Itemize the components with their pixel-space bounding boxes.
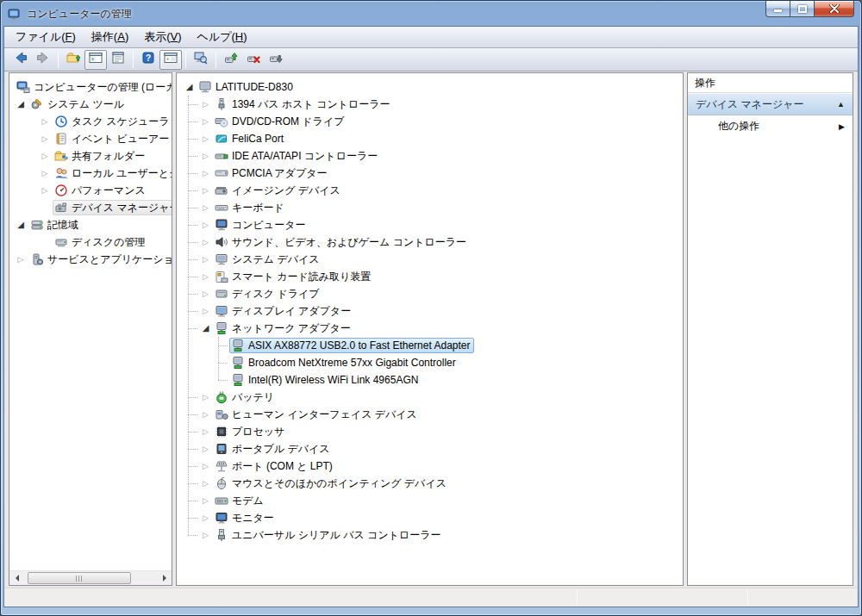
tree-item-body[interactable]: ユニバーサル シリアル バス コントローラー xyxy=(213,527,445,543)
tree-item-body[interactable]: プロセッサ xyxy=(213,424,288,439)
collapsed-expander-icon[interactable]: ▷ xyxy=(198,492,213,509)
device-tree-item[interactable]: ▷キーボード xyxy=(177,199,683,216)
forward-button[interactable] xyxy=(32,50,54,70)
tree-item-body[interactable]: ディスク ドライブ xyxy=(213,286,323,302)
tree-item-body[interactable]: 共有フォルダー xyxy=(53,148,148,164)
collapsed-expander-icon[interactable]: ▷ xyxy=(198,216,213,233)
console-tree-item[interactable]: ◢システム ツール xyxy=(9,96,172,113)
scrollbar-thumb[interactable] xyxy=(28,572,131,584)
tree-item-body[interactable]: FeliCa Port xyxy=(213,131,287,146)
tree-item-body[interactable]: ポート (COM と LPT) xyxy=(213,458,336,474)
device-tree-item[interactable]: ▷ポート (COM と LPT) xyxy=(177,457,683,475)
device-tree-item[interactable]: ASIX AX88772 USB2.0 to Fast Ethernet Ada… xyxy=(177,337,683,354)
selected-tree-item[interactable]: ASIX AX88772 USB2.0 to Fast Ethernet Ada… xyxy=(229,338,474,353)
tree-item-body[interactable]: サービスとアプリケーショ xyxy=(28,252,172,267)
horizontal-scrollbar[interactable] xyxy=(9,570,172,585)
titlebar[interactable]: コンピューターの管理 xyxy=(1,1,861,26)
collapsed-expander-icon[interactable]: ▷ xyxy=(37,182,53,199)
device-tree-item[interactable]: ▷FeliCa Port xyxy=(177,130,683,147)
tree-item-body[interactable]: IDE ATA/ATAPI コントローラー xyxy=(213,148,381,164)
console-tree-item[interactable]: ▷ローカル ユーザーとグ xyxy=(9,165,172,182)
tree-item-body[interactable]: ローカル ユーザーとグ xyxy=(53,165,172,181)
uninstall-device-button[interactable] xyxy=(242,50,265,70)
back-button[interactable] xyxy=(9,50,32,70)
tree-item-body[interactable]: ディスクの管理 xyxy=(53,234,148,250)
device-tree-item[interactable]: ▷IDE ATA/ATAPI コントローラー xyxy=(177,147,683,165)
device-tree-item[interactable]: ▷ディスク ドライブ xyxy=(177,285,683,302)
expanded-expander-icon[interactable]: ◢ xyxy=(13,216,28,233)
tree-item-body[interactable]: ネットワーク アダプター xyxy=(213,320,354,336)
tree-item-body[interactable]: 記憶域 xyxy=(28,217,82,233)
tree-item-body[interactable]: パフォーマンス xyxy=(53,183,149,198)
scrollbar-track[interactable] xyxy=(24,571,157,585)
tree-item-body[interactable]: モデム xyxy=(213,493,267,508)
collapsed-expander-icon[interactable]: ▷ xyxy=(198,285,213,302)
device-tree-item[interactable]: ▷イメージング デバイス xyxy=(177,182,683,199)
device-tree-item[interactable]: ▷DVD/CD-ROM ドライブ xyxy=(177,113,683,130)
tree-item-body[interactable]: マウスとそのほかのポインティング デバイス xyxy=(213,476,450,491)
console-tree-item[interactable]: ▷イベント ビューアー xyxy=(9,130,172,147)
close-button[interactable] xyxy=(814,1,854,17)
actions-section-header[interactable]: デバイス マネージャー ▲ xyxy=(688,93,853,115)
selected-tree-item[interactable]: デバイス マネージャー xyxy=(53,200,172,215)
device-tree-item[interactable]: ▷ディスプレイ アダプター xyxy=(177,302,683,320)
tree-item-body[interactable]: コンピューターの管理 (ローカ xyxy=(15,79,172,95)
menu-item-v[interactable]: 表示(V) xyxy=(136,27,189,47)
action-item-more-actions[interactable]: 他の操作▶ xyxy=(688,115,853,137)
collapsed-expander-icon[interactable]: ▷ xyxy=(37,130,53,147)
expanded-expander-icon[interactable]: ◢ xyxy=(13,96,28,113)
collapsed-expander-icon[interactable]: ▷ xyxy=(198,199,213,216)
device-tree-item[interactable]: ▷バッテリ xyxy=(177,389,683,406)
tree-item-body[interactable]: キーボード xyxy=(213,200,288,215)
device-tree-item[interactable]: ◢ネットワーク アダプター xyxy=(177,320,683,337)
scroll-left-button[interactable] xyxy=(9,571,24,586)
minimize-button[interactable] xyxy=(765,1,790,17)
console-tree-item[interactable]: デバイス マネージャー xyxy=(9,199,172,216)
tree-item-body[interactable]: イメージング デバイス xyxy=(213,183,344,198)
device-tree-item[interactable]: Broadcom NetXtreme 57xx Gigabit Controll… xyxy=(177,354,683,371)
scan-hardware-button[interactable] xyxy=(190,50,212,70)
tree-item-body[interactable]: スマート カード読み取り装置 xyxy=(213,269,374,284)
console-tree-item[interactable]: ▷共有フォルダー xyxy=(9,147,172,165)
tree-item-body[interactable]: バッテリ xyxy=(213,389,278,405)
device-tree-item[interactable]: ◢LATITUDE-D830 xyxy=(177,78,683,96)
show-action-pane-button[interactable] xyxy=(159,50,182,70)
menu-item-a[interactable]: 操作(A) xyxy=(84,27,136,47)
export-list-button[interactable] xyxy=(107,50,129,70)
collapsed-expander-icon[interactable]: ▷ xyxy=(198,268,213,285)
collapsed-expander-icon[interactable]: ▷ xyxy=(198,526,213,544)
tree-item-body[interactable]: システム ツール xyxy=(28,96,128,112)
tree-item-body[interactable]: モニター xyxy=(213,510,278,526)
tree-item-body[interactable]: コンピューター xyxy=(213,217,309,233)
collapsed-expander-icon[interactable]: ▷ xyxy=(198,302,213,320)
device-tree-item[interactable]: ▷コンピューター xyxy=(177,216,683,233)
collapsed-expander-icon[interactable]: ▷ xyxy=(198,113,213,130)
show-console-tree-button[interactable] xyxy=(84,50,107,70)
maximize-button[interactable] xyxy=(790,1,815,17)
tree-item-body[interactable]: イベント ビューアー xyxy=(53,131,172,146)
expanded-expander-icon[interactable]: ◢ xyxy=(198,320,213,337)
console-tree-item[interactable]: ◢記憶域 xyxy=(9,216,172,233)
tree-item-body[interactable]: LATITUDE-D830 xyxy=(197,79,297,95)
device-tree-item[interactable]: ▷スマート カード読み取り装置 xyxy=(177,268,683,285)
collapsed-expander-icon[interactable]: ▷ xyxy=(198,509,213,526)
update-driver-button[interactable] xyxy=(220,50,242,70)
device-tree-item[interactable]: ▷ユニバーサル シリアル バス コントローラー xyxy=(177,526,683,544)
device-tree-item[interactable]: ▷モニター xyxy=(177,509,683,526)
collapsed-expander-icon[interactable]: ▷ xyxy=(37,147,53,165)
tree-item-body[interactable]: DVD/CD-ROM ドライブ xyxy=(213,114,347,129)
collapsed-expander-icon[interactable]: ▷ xyxy=(198,147,213,165)
console-tree-item[interactable]: ▷タスク スケジューラ xyxy=(9,113,172,130)
collapsed-expander-icon[interactable]: ▷ xyxy=(198,457,213,475)
collapsed-expander-icon[interactable]: ▷ xyxy=(13,251,28,268)
device-tree-item[interactable]: ▷プロセッサ xyxy=(177,423,683,440)
expanded-expander-icon[interactable]: ◢ xyxy=(182,78,197,96)
console-tree-item[interactable]: ▷パフォーマンス xyxy=(9,182,172,199)
collapsed-expander-icon[interactable]: ▷ xyxy=(198,389,213,406)
device-tree-item[interactable]: ▷マウスとそのほかのポインティング デバイス xyxy=(177,475,683,492)
menu-item-h[interactable]: ヘルプ(H) xyxy=(190,27,255,47)
tree-item-body[interactable]: PCMCIA アダプター xyxy=(213,165,330,181)
tree-item-body[interactable]: 1394 バス ホスト コントローラー xyxy=(213,96,394,112)
tree-item-body[interactable]: Intel(R) Wireless WiFi Link 4965AGN xyxy=(229,372,422,388)
tree-item-body[interactable]: ヒューマン インターフェイス デバイス xyxy=(213,407,421,422)
